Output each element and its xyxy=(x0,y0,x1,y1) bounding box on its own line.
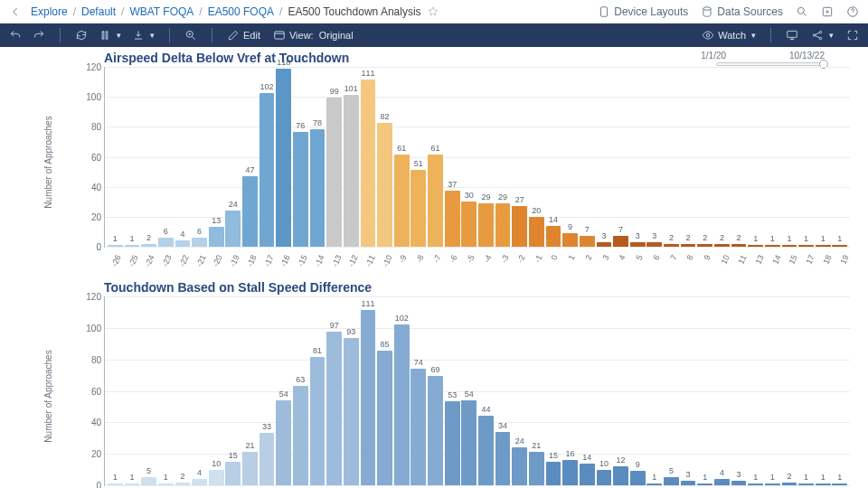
bar-slot[interactable]: 9 xyxy=(629,461,646,485)
bar-slot[interactable]: 29 xyxy=(477,193,495,247)
bar-slot[interactable]: 82 xyxy=(376,113,393,247)
bar[interactable] xyxy=(832,483,847,485)
crumb-explore[interactable]: Explore xyxy=(31,5,68,18)
bar-slot[interactable]: 1 xyxy=(107,235,124,247)
bar-slot[interactable]: 97 xyxy=(326,322,343,485)
bar[interactable] xyxy=(681,481,696,485)
bar-slot[interactable]: 1 xyxy=(764,235,781,247)
bar-slot[interactable]: 3 xyxy=(629,232,646,247)
bar-slot[interactable]: 93 xyxy=(343,328,360,485)
bar-slot[interactable]: 1 xyxy=(815,235,832,247)
bar-slot[interactable]: 2 xyxy=(696,234,713,247)
bar-slot[interactable]: 1 xyxy=(797,235,815,247)
bar[interactable] xyxy=(495,432,511,486)
bar-slot[interactable]: 1 xyxy=(781,235,798,247)
bar-slot[interactable]: 21 xyxy=(528,442,545,485)
bar[interactable] xyxy=(681,244,696,247)
bar[interactable] xyxy=(630,242,646,247)
bar[interactable] xyxy=(478,203,494,247)
bar-slot[interactable]: 74 xyxy=(410,359,428,486)
bar[interactable] xyxy=(562,460,578,485)
bar[interactable] xyxy=(580,236,595,247)
bar-slot[interactable]: 3 xyxy=(731,471,748,485)
bar-slot[interactable]: 102 xyxy=(393,314,410,486)
bar[interactable] xyxy=(242,452,258,485)
bar[interactable] xyxy=(377,351,392,485)
bar[interactable] xyxy=(394,155,410,247)
bar[interactable] xyxy=(782,245,797,247)
bar[interactable] xyxy=(141,477,156,485)
bar[interactable] xyxy=(361,310,376,485)
bar[interactable] xyxy=(832,245,847,247)
bar-slot[interactable]: 16 xyxy=(561,450,579,485)
share-dropdown[interactable]: ▾ xyxy=(811,29,834,42)
bar[interactable] xyxy=(798,245,814,247)
bar-slot[interactable]: 69 xyxy=(427,366,444,485)
zoom-icon[interactable] xyxy=(184,29,197,42)
bar-slot[interactable]: 7 xyxy=(612,226,629,247)
bar-slot[interactable]: 33 xyxy=(259,423,276,485)
bar-slot[interactable]: 24 xyxy=(224,201,241,247)
bar-slot[interactable]: 54 xyxy=(460,390,477,486)
bar-slot[interactable]: 1 xyxy=(797,474,815,485)
bar-slot[interactable]: 102 xyxy=(259,83,276,247)
bar-slot[interactable]: 6 xyxy=(191,228,208,247)
bar-slot[interactable]: 14 xyxy=(579,454,596,486)
bar[interactable] xyxy=(276,69,291,247)
bar-slot[interactable]: 21 xyxy=(241,442,259,485)
bar[interactable] xyxy=(361,80,376,247)
crumb-wbat[interactable]: WBAT FOQA xyxy=(129,5,193,18)
bar[interactable] xyxy=(765,245,780,247)
bar[interactable] xyxy=(798,483,814,485)
bar[interactable] xyxy=(394,324,410,486)
bar[interactable] xyxy=(731,481,747,485)
bar-slot[interactable]: 111 xyxy=(360,70,377,247)
bar[interactable] xyxy=(546,226,561,247)
bar[interactable] xyxy=(512,447,527,485)
bar-slot[interactable]: 34 xyxy=(495,422,512,486)
bar[interactable] xyxy=(664,477,679,485)
bar[interactable] xyxy=(192,238,207,247)
bar[interactable] xyxy=(158,483,174,485)
pause-dropdown[interactable]: ▾ xyxy=(99,29,121,42)
bar[interactable] xyxy=(782,483,797,486)
bar[interactable] xyxy=(461,400,476,486)
bar[interactable] xyxy=(259,93,275,247)
bar[interactable] xyxy=(765,483,780,485)
bar-slot[interactable]: 1 xyxy=(747,474,764,485)
bar[interactable] xyxy=(546,462,561,485)
bar[interactable] xyxy=(310,357,326,485)
bar[interactable] xyxy=(630,471,646,485)
bar[interactable] xyxy=(310,129,326,247)
date-range-slider[interactable]: 1/1/20 10/13/22 xyxy=(701,51,825,66)
bar-slot[interactable]: 2 xyxy=(781,473,798,486)
new-tab-icon[interactable] xyxy=(821,5,834,18)
presentation-icon[interactable] xyxy=(786,29,798,42)
bar[interactable] xyxy=(495,203,511,247)
bar[interactable] xyxy=(141,244,156,247)
bar-slot[interactable]: 1 xyxy=(124,235,141,247)
bar[interactable] xyxy=(225,211,241,247)
bar[interactable] xyxy=(175,483,191,486)
bar-slot[interactable]: 15 xyxy=(545,452,562,485)
bar-slot[interactable]: 2 xyxy=(713,234,731,247)
bar-slot[interactable]: 2 xyxy=(731,234,748,247)
help-icon[interactable] xyxy=(846,5,859,18)
bar-slot[interactable]: 3 xyxy=(646,232,664,247)
bar[interactable] xyxy=(597,242,612,247)
bar[interactable] xyxy=(697,244,712,247)
bar-slot[interactable]: 4 xyxy=(713,469,731,485)
bar-slot[interactable]: 5 xyxy=(663,467,680,485)
bar[interactable] xyxy=(697,483,712,485)
bar-slot[interactable]: 81 xyxy=(309,347,326,485)
bar[interactable] xyxy=(209,227,224,247)
bar-slot[interactable]: 7 xyxy=(579,226,596,247)
device-layouts-button[interactable]: Device Layouts xyxy=(598,5,688,18)
bar[interactable] xyxy=(597,470,612,486)
bar-slot[interactable]: 2 xyxy=(680,234,697,247)
bar[interactable] xyxy=(816,245,831,247)
bar[interactable] xyxy=(428,155,443,247)
bar[interactable] xyxy=(125,483,140,485)
bar[interactable] xyxy=(344,95,359,247)
bar-slot[interactable]: 27 xyxy=(511,196,528,247)
